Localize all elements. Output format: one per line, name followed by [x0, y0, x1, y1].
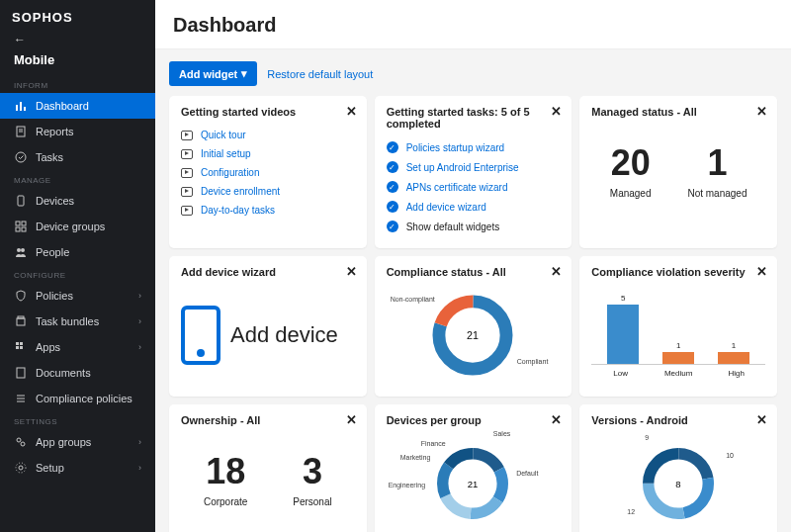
stat-number: 18 [204, 451, 247, 492]
close-icon[interactable]: ✕ [346, 104, 357, 119]
bar-label: Medium [659, 369, 698, 378]
video-item[interactable]: Quick tour [181, 126, 355, 144]
close-icon[interactable]: ✕ [756, 104, 767, 119]
video-item[interactable]: Configuration [181, 163, 355, 182]
sidebar-item-dashboard[interactable]: Dashboard [0, 93, 155, 119]
label-compliant: Compliant [517, 358, 549, 365]
bar-medium[interactable]: 1 [659, 341, 698, 364]
stats: 18 Corporate 3 Personal [181, 434, 355, 523]
video-link[interactable]: Initial setup [201, 148, 251, 159]
close-icon[interactable]: ✕ [551, 104, 562, 119]
group-label: Marketing [400, 454, 431, 461]
task-link[interactable]: Set up Android Enterprise [406, 162, 519, 173]
sidebar-item-device-groups[interactable]: Device groups [0, 214, 155, 239]
donut-chart[interactable]: 8 9 10 11 12 [591, 434, 765, 532]
card-compliance-status: Compliance status - All ✕ 21 Non-complia… [375, 256, 572, 397]
restore-layout-button[interactable]: Restore default layout [267, 68, 373, 80]
version-label: 10 [726, 452, 734, 459]
video-link[interactable]: Device enrollment [201, 186, 280, 197]
sidebar-item-tasks[interactable]: Tasks [0, 144, 155, 170]
svg-point-6 [16, 152, 26, 162]
donut-chart[interactable]: 21 Sales Finance Marketing Engineering C… [387, 434, 561, 532]
card-add-device: Add device wizard ✕ Add device [169, 256, 367, 397]
sidebar-item-devices[interactable]: Devices [0, 188, 155, 214]
card-managed-status: Managed status - All ✕ 20 Managed 1 Not … [579, 96, 777, 248]
video-item[interactable]: Device enrollment [181, 182, 355, 201]
sidebar-item-app-groups[interactable]: App groups › [0, 429, 155, 455]
sidebar-item-reports[interactable]: Reports [0, 119, 155, 144]
video-icon [181, 149, 193, 159]
stat-corporate[interactable]: 18 Corporate [204, 451, 247, 507]
add-device-button[interactable]: Add device [181, 286, 355, 385]
close-icon[interactable]: ✕ [346, 412, 357, 427]
sidebar: SOPHOS ← Mobile INFORM Dashboard Reports… [0, 0, 155, 532]
version-label: 9 [645, 434, 649, 441]
bar-labels: Low Medium High [591, 369, 765, 378]
sidebar-item-setup[interactable]: Setup › [0, 455, 155, 481]
svg-point-13 [21, 248, 25, 252]
section-manage: MANAGE [0, 170, 155, 188]
task-link[interactable]: Policies startup wizard [406, 142, 504, 153]
donut-center: 21 [468, 479, 479, 489]
svg-rect-9 [22, 222, 26, 225]
sidebar-item-policies[interactable]: Policies › [0, 283, 155, 309]
svg-rect-20 [17, 368, 25, 378]
stat-label: Not managed [687, 188, 747, 199]
close-icon[interactable]: ✕ [756, 412, 767, 427]
nav-label: Reports [36, 126, 74, 137]
bar-low[interactable]: 5 [603, 294, 643, 364]
card-devices-per-group: Devices per group ✕ 21 Sales Finance Mar… [375, 404, 572, 532]
app-title: Mobile [0, 48, 155, 75]
add-widget-button[interactable]: Add widget ▾ [169, 61, 257, 86]
video-item[interactable]: Day-to-day tasks [181, 201, 355, 220]
group-label: Engineering [389, 482, 425, 488]
task-item[interactable]: ✓Set up Android Enterprise [387, 157, 561, 177]
card-violation-severity: Compliance violation severity ✕ 5 1 1 Lo… [579, 256, 777, 397]
video-item[interactable]: Initial setup [181, 144, 355, 163]
close-icon[interactable]: ✕ [551, 264, 562, 279]
bar-label: Low [601, 369, 641, 378]
close-icon[interactable]: ✕ [756, 264, 767, 279]
svg-rect-1 [20, 102, 22, 111]
svg-rect-7 [18, 196, 24, 206]
app-groups-icon [14, 435, 28, 449]
video-link[interactable]: Quick tour [201, 130, 246, 140]
stats: 20 Managed 1 Not managed [591, 126, 765, 215]
bar [662, 352, 694, 364]
task-link[interactable]: Add device wizard [406, 202, 486, 213]
close-icon[interactable]: ✕ [551, 412, 562, 427]
task-item[interactable]: ✓Policies startup wizard [387, 137, 561, 157]
bar-chart[interactable]: 5 1 1 [591, 286, 765, 365]
task-link[interactable]: APNs certificate wizard [406, 182, 508, 193]
sidebar-item-documents[interactable]: Documents [0, 360, 155, 386]
sidebar-item-task-bundles[interactable]: Task bundles › [0, 309, 155, 334]
sidebar-item-compliance-policies[interactable]: Compliance policies [0, 386, 155, 411]
check-icon: ✓ [387, 221, 398, 232]
stat-number: 3 [293, 451, 331, 492]
svg-point-26 [19, 466, 23, 470]
task-item[interactable]: ✓Add device wizard [387, 197, 561, 217]
close-icon[interactable]: ✕ [346, 264, 357, 279]
card-title: Add device wizard [181, 266, 355, 278]
nav-label: Compliance policies [36, 393, 132, 404]
stat-managed[interactable]: 20 Managed [610, 142, 652, 199]
stat-not-managed[interactable]: 1 Not managed [687, 142, 747, 199]
video-link[interactable]: Configuration [201, 167, 259, 178]
main: Dashboard Add widget ▾ Restore default l… [155, 0, 791, 532]
donut-chart[interactable]: 21 Non-compliant Compliant [387, 286, 561, 385]
stat-personal[interactable]: 3 Personal [293, 451, 331, 507]
phone-icon [181, 306, 220, 365]
task-item[interactable]: ✓APNs certificate wizard [387, 177, 561, 197]
content: Add widget ▾ Restore default layout Gett… [155, 49, 791, 532]
check-circle-icon [14, 150, 28, 164]
bar-high[interactable]: 1 [714, 341, 753, 364]
svg-rect-8 [16, 222, 20, 225]
back-arrow-icon[interactable]: ← [0, 31, 155, 48]
device-icon [14, 194, 28, 208]
video-link[interactable]: Day-to-day tasks [201, 205, 275, 216]
sidebar-item-people[interactable]: People [0, 239, 155, 265]
toolbar: Add widget ▾ Restore default layout [169, 61, 777, 86]
card-title: Getting started videos [181, 106, 355, 118]
task-item[interactable]: ✓Show default widgets [387, 217, 561, 236]
sidebar-item-apps[interactable]: Apps › [0, 334, 155, 360]
